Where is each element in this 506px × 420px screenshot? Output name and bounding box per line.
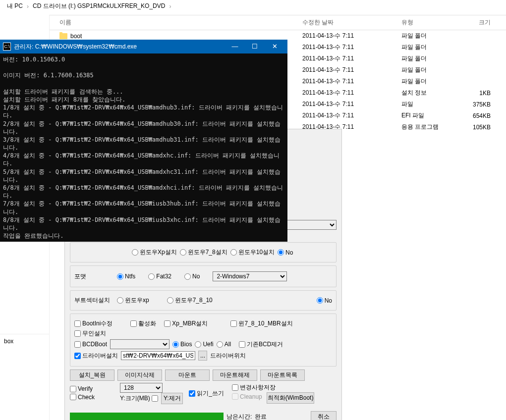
cancel-button[interactable]: 취소 (311, 411, 337, 420)
breadcrumb[interactable]: 내 PC › CD 드라이브 (I:) GSP1RMCkULXFRER_KO_D… (0, 0, 506, 12)
fmt-no-radio[interactable]: No (184, 273, 200, 280)
col-type[interactable]: 유형 (396, 18, 456, 27)
format-group: 포맷 Ntfs Fat32 No 2-Windows7 (70, 265, 337, 287)
format-label: 포맷 (74, 272, 114, 281)
remain-label: 남은시간: (226, 413, 252, 420)
folder-icon (59, 33, 67, 39)
w78mbr-checkbox[interactable]: 윈7_8_10_MBR설치 (230, 319, 292, 328)
ysize-checkbox[interactable] (152, 395, 158, 402)
boot-xp-radio[interactable]: 윈도우xp (117, 296, 149, 305)
cmd-icon: C:\ (3, 43, 11, 51)
xp-install-radio[interactable]: 윈도우Xp설치 (132, 248, 177, 257)
options-group: BootIni수정 활성화 Xp_MBR설치 윈7_8_10_MBR설치 무인설… (70, 314, 337, 367)
boot-no-radio[interactable]: No (317, 297, 332, 304)
mount-button[interactable]: 마운트 (165, 369, 210, 381)
maximize-icon[interactable]: ☐ (245, 42, 265, 51)
col-size[interactable]: 크기 (456, 18, 496, 27)
w10-install-radio[interactable]: 윈도우10설치 (230, 248, 275, 257)
cmd-text: 버전: 10.0.15063.0 이미지 버전: 6.1.7600.16385 … (3, 55, 284, 240)
check-checkbox[interactable]: Check (70, 394, 95, 401)
unmount-button[interactable]: 마운트해제 (213, 369, 257, 381)
col-date[interactable]: 수정한 날짜 (297, 18, 396, 27)
optimize-button[interactable]: 최적화(WimBoot) (267, 392, 314, 404)
ysize-label: Y:크기(MB) (120, 395, 150, 402)
savechanges-checkbox[interactable]: 변경사항저장 (232, 383, 276, 392)
enable-checkbox[interactable]: 활성화 (130, 319, 156, 328)
driver-checkbox[interactable]: 드라이버설치 (74, 352, 118, 360)
cmd-output[interactable]: 버전: 10.0.15063.0 이미지 버전: 6.1.7600.16385 … (0, 53, 287, 242)
bootini-checkbox[interactable]: BootIni수정 (74, 319, 112, 328)
bootsector-group: 부트섹터설치 윈도우xp 윈도우7_8_10 No (70, 290, 337, 311)
mountlist-button[interactable]: 마운트목록 (260, 369, 305, 381)
w78-install-radio[interactable]: 윈도우7_8설치 (180, 248, 227, 257)
driver-path-input[interactable] (121, 351, 195, 360)
imgdelete-button[interactable]: 이미지삭제 (117, 369, 162, 381)
size-select[interactable]: 128 (120, 383, 163, 393)
format-target-select[interactable]: 2-Windows7 (213, 271, 287, 281)
no-install-radio[interactable]: No (278, 249, 293, 256)
bios-radio[interactable]: Bios (172, 341, 192, 348)
bcdboot-checkbox[interactable]: BCDBoot (74, 341, 107, 348)
progress-bar (70, 413, 224, 420)
column-headers[interactable]: 이름 수정한 날짜 유형 크기 (50, 15, 506, 30)
driver-browse-button[interactable]: ... (198, 351, 207, 361)
cmd-window[interactable]: C:\ 관리자: C:₩WINDOWS₩system32₩cmd.exe — ☐… (0, 40, 287, 242)
unattend-checkbox[interactable]: 무인설치 (74, 329, 106, 338)
cmd-titlebar[interactable]: C:\ 관리자: C:₩WINDOWS₩system32₩cmd.exe — ☐… (0, 40, 287, 53)
driver-location-label: 드라이버위치 (210, 352, 246, 360)
bcdremove-checkbox[interactable]: 기존BCD제거 (239, 340, 283, 349)
boot-w78-radio[interactable]: 윈도우7_8_10 (167, 296, 213, 305)
chevron-right-icon: › (169, 3, 171, 10)
minimize-icon[interactable]: — (225, 42, 245, 51)
breadcrumb-item[interactable]: 내 PC (7, 2, 23, 10)
bootsector-label: 부트섹터설치 (74, 296, 114, 305)
bcdboot-select[interactable] (110, 339, 169, 349)
install-group: 윈도우Xp설치 윈도우7_8설치 윈도우10설치 No (70, 242, 337, 262)
fat32-radio[interactable]: Fat32 (148, 273, 171, 280)
breadcrumb-item[interactable]: CD 드라이브 (I:) GSP1RMCkULXFRER_KO_DVD (33, 2, 165, 10)
done-label: 완료 (255, 413, 267, 420)
tree-item[interactable]: box (0, 336, 49, 346)
uefi-radio[interactable]: Uefi (195, 341, 213, 348)
ntfs-radio[interactable]: Ntfs (117, 273, 135, 280)
cmd-title-text: 관리자: C:₩WINDOWS₩system32₩cmd.exe (14, 43, 225, 51)
all-radio[interactable]: All (217, 341, 231, 348)
close-icon[interactable]: ✕ (265, 42, 284, 51)
install-button[interactable]: 설치_복원 (70, 369, 114, 381)
yremove-button[interactable]: Y:제거 (161, 393, 183, 404)
verify-checkbox[interactable]: Verify (70, 385, 93, 392)
xpmbr-checkbox[interactable]: Xp_MBR설치 (164, 319, 208, 328)
col-name[interactable]: 이름 (50, 18, 297, 27)
cleanup-checkbox[interactable]: Cleanup (232, 393, 262, 400)
readwrite-checkbox[interactable]: 읽기_쓰기 (189, 389, 224, 398)
chevron-right-icon: › (27, 3, 29, 10)
